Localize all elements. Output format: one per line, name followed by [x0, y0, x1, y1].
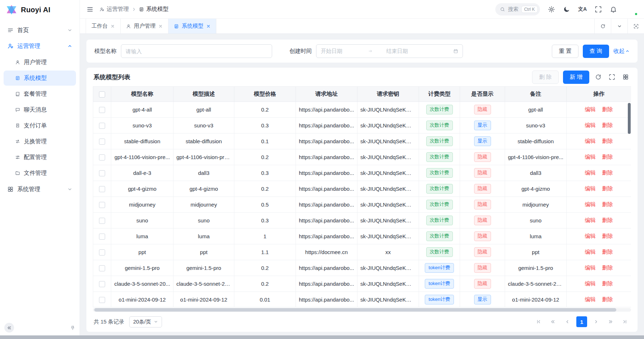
sidebar-collapse-button[interactable] — [4, 323, 14, 333]
row-checkbox[interactable] — [99, 265, 105, 271]
edit-link[interactable]: 编辑 — [585, 106, 595, 112]
edit-link[interactable]: 编辑 — [585, 122, 595, 128]
row-checkbox[interactable] — [99, 123, 105, 129]
page-size-select[interactable]: 20条/页 — [129, 316, 162, 327]
delete-link[interactable]: 删除 — [602, 170, 613, 176]
delete-link[interactable]: 删除 — [602, 249, 613, 255]
model-name-input[interactable] — [121, 44, 272, 58]
edit-link[interactable]: 编辑 — [585, 185, 595, 191]
row-checkbox[interactable] — [99, 249, 105, 256]
notification-bell-icon[interactable] — [610, 6, 617, 13]
row-checkbox[interactable] — [99, 281, 105, 287]
row-checkbox[interactable] — [99, 202, 105, 208]
edit-link[interactable]: 编辑 — [585, 138, 595, 144]
pin-icon[interactable] — [70, 325, 75, 330]
breadcrumb-item-system-model[interactable]: 系统模型 — [139, 5, 168, 13]
delete-link[interactable]: 删除 — [602, 296, 613, 302]
cell-operations: 编辑 删除 — [567, 292, 631, 308]
collapse-filter-link[interactable]: 收起 — [613, 48, 630, 55]
horizontal-scrollbar-thumb[interactable] — [94, 308, 616, 312]
user-avatar[interactable] — [625, 3, 638, 15]
create-time-range-picker[interactable]: 开始日期 结束日期 — [316, 44, 463, 58]
delete-link[interactable]: 删除 — [602, 265, 613, 271]
tab-workbench[interactable]: 工作台 — [86, 19, 121, 33]
taskbar-strip — [0, 335, 644, 339]
sidebar-item-payment-orders[interactable]: 支付订单 — [4, 118, 76, 133]
edit-link[interactable]: 编辑 — [585, 280, 595, 286]
last-page-button[interactable] — [620, 316, 630, 327]
prev-10-pages-button[interactable] — [548, 316, 558, 327]
vertical-scrollbar-thumb[interactable] — [628, 103, 631, 134]
delete-link[interactable]: 删除 — [602, 280, 613, 286]
row-checkbox[interactable] — [99, 154, 105, 161]
tab-system-model[interactable]: 系统模型 — [168, 19, 216, 33]
first-page-button[interactable] — [533, 316, 544, 327]
sidebar-item-operations[interactable]: 运营管理 — [4, 38, 76, 54]
hamburger-menu-icon[interactable] — [86, 6, 94, 13]
sidebar-item-redeem-management[interactable]: 兑换管理 — [4, 134, 76, 149]
row-checkbox[interactable] — [99, 186, 105, 192]
edit-link[interactable]: 编辑 — [585, 154, 595, 160]
select-all-checkbox[interactable] — [99, 91, 105, 98]
sidebar-item-chat-messages[interactable]: 聊天消息 — [4, 102, 76, 117]
row-checkbox[interactable] — [99, 297, 105, 303]
edit-link[interactable]: 编辑 — [585, 265, 595, 271]
edit-link[interactable]: 编辑 — [585, 249, 595, 255]
tab-list-chevron-icon[interactable] — [611, 19, 627, 33]
batch-delete-button[interactable]: 删 除 — [532, 71, 558, 84]
cell-model-price: 0.2 — [234, 260, 296, 276]
table-row: claude-3-5-sonnet-20... claude-3-5-sonne… — [93, 276, 631, 292]
tab-user-management[interactable]: 用户管理 — [121, 19, 168, 33]
row-checkbox[interactable] — [99, 170, 105, 176]
column-settings-icon[interactable] — [621, 72, 630, 82]
table-fullscreen-icon[interactable] — [607, 72, 617, 82]
sidebar-item-home[interactable]: 首页 — [4, 22, 76, 38]
delete-link[interactable]: 删除 — [602, 185, 613, 191]
delete-link[interactable]: 删除 — [602, 217, 613, 223]
edit-link[interactable]: 编辑 — [585, 201, 595, 207]
delete-link[interactable]: 删除 — [602, 138, 613, 144]
delete-link[interactable]: 删除 — [602, 233, 613, 239]
row-checkbox[interactable] — [99, 139, 105, 145]
fullscreen-icon[interactable] — [595, 6, 602, 13]
delete-link[interactable]: 删除 — [602, 106, 613, 112]
cell-model-price: 1 — [234, 229, 296, 244]
reset-button[interactable]: 重 置 — [552, 45, 578, 58]
close-icon[interactable] — [206, 24, 211, 28]
sidebar-item-package-management[interactable]: 套餐管理 — [4, 86, 76, 101]
tab-refresh-icon[interactable] — [594, 19, 611, 33]
row-checkbox[interactable] — [99, 234, 105, 240]
row-checkbox[interactable] — [99, 107, 105, 113]
sidebar-item-config-management[interactable]: 配置管理 — [4, 150, 76, 165]
sidebar-item-system-model[interactable]: 系统模型 — [4, 71, 76, 86]
cell-model-name: stable-diffusion — [111, 134, 174, 149]
edit-link[interactable]: 编辑 — [585, 170, 595, 176]
logo-row[interactable]: Ruoyi AI — [0, 0, 80, 19]
prev-page-button[interactable] — [562, 316, 573, 327]
row-checkbox[interactable] — [99, 218, 105, 224]
global-search[interactable]: 搜索 Ctrl K — [495, 3, 540, 15]
edit-link[interactable]: 编辑 — [585, 233, 595, 239]
delete-link[interactable]: 删除 — [602, 154, 613, 160]
content-fullscreen-icon[interactable] — [627, 19, 644, 33]
next-10-pages-button[interactable] — [605, 316, 616, 327]
close-icon[interactable] — [111, 24, 115, 28]
query-button[interactable]: 查 询 — [583, 45, 609, 58]
page-number-button[interactable]: 1 — [576, 316, 587, 327]
edit-link[interactable]: 编辑 — [585, 296, 595, 302]
refresh-icon[interactable] — [594, 72, 603, 82]
sidebar-item-system-management[interactable]: 系统管理 — [4, 181, 76, 197]
sidebar-item-user-management[interactable]: 用户管理 — [4, 55, 76, 70]
translate-icon[interactable]: 文A — [578, 6, 587, 13]
delete-link[interactable]: 删除 — [602, 201, 613, 207]
edit-link[interactable]: 编辑 — [585, 217, 595, 223]
delete-link[interactable]: 删除 — [602, 122, 613, 128]
table-row: luma luma 1 https://api.pandarobo... sk-… — [93, 229, 631, 244]
next-page-button[interactable] — [591, 316, 602, 327]
sidebar-item-file-management[interactable]: 文件管理 — [4, 166, 76, 181]
settings-gear-icon[interactable] — [548, 6, 555, 13]
close-icon[interactable] — [158, 24, 163, 28]
dark-mode-moon-icon[interactable] — [563, 6, 570, 13]
breadcrumb-item-operations[interactable]: 运营管理 — [99, 5, 129, 13]
add-button[interactable]: 新 增 — [563, 71, 589, 84]
